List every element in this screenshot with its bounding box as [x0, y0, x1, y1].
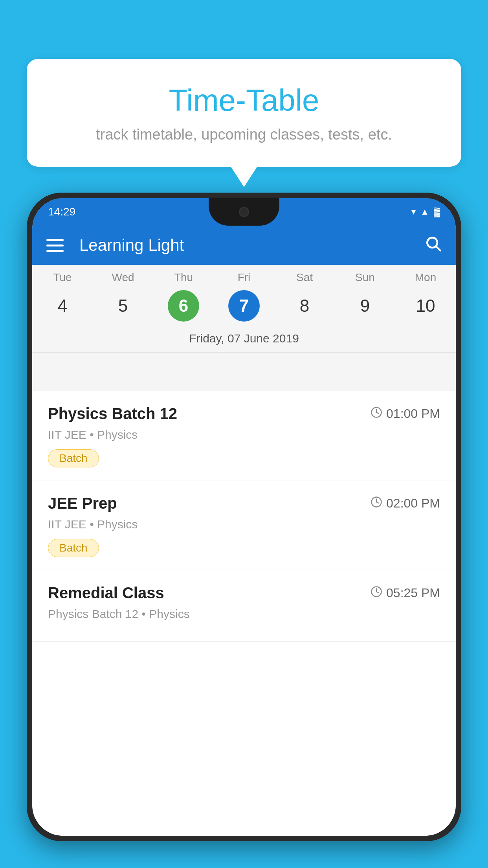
day-5[interactable]: 5 [93, 290, 153, 322]
day-header-sun: Sun [335, 271, 395, 284]
clock-icon-3 [371, 586, 382, 601]
day-9[interactable]: 9 [335, 290, 395, 322]
speech-bubble-title: Time-Table [42, 83, 446, 118]
schedule-item-1-title: Physics Batch 12 [48, 405, 177, 423]
day-header-wed: Wed [93, 271, 153, 284]
day-7-selected[interactable]: 7 [228, 290, 260, 322]
hamburger-menu-button[interactable] [46, 239, 64, 252]
day-header-thu: Thu [153, 271, 214, 284]
wifi-icon: ▾ [411, 207, 416, 217]
schedule-item-3-time: 05:25 PM [371, 586, 440, 601]
phone-container: 14:29 ▾ ▲ ▓ Learning Light [27, 193, 461, 868]
schedule-item-1-header: Physics Batch 12 01:00 PM [48, 405, 440, 423]
schedule-item-1-subtitle: IIT JEE • Physics [48, 428, 440, 441]
day-10[interactable]: 10 [395, 290, 456, 322]
search-button[interactable] [424, 235, 442, 256]
day-header-tue: Tue [32, 271, 93, 284]
schedule-item-2-header: JEE Prep 02:00 PM [48, 495, 440, 512]
schedule-item-2-time-text: 02:00 PM [386, 496, 440, 511]
app-bar: Learning Light [32, 226, 456, 265]
phone-device: 14:29 ▾ ▲ ▓ Learning Light [27, 193, 461, 841]
schedule-item-3-subtitle: Physics Batch 12 • Physics [48, 607, 440, 621]
schedule-item-1-tag: Batch [48, 449, 99, 467]
schedule-item-2-time: 02:00 PM [371, 496, 440, 511]
schedule-item-2[interactable]: JEE Prep 02:00 PM IIT JEE • Physics [32, 480, 456, 570]
signal-icon: ▲ [420, 207, 429, 217]
schedule-item-3-title: Remedial Class [48, 584, 164, 602]
day-headers: Tue Wed Thu Fri Sat Sun Mon [32, 265, 456, 287]
schedule-item-3-header: Remedial Class 05:25 PM [48, 584, 440, 602]
day-4[interactable]: 4 [32, 290, 93, 322]
selected-date-label: Friday, 07 June 2019 [32, 328, 456, 353]
phone-screen: 14:29 ▾ ▲ ▓ Learning Light [32, 198, 456, 836]
speech-bubble-container: Time-Table track timetable, upcoming cla… [27, 59, 461, 167]
day-6-today[interactable]: 6 [168, 290, 199, 322]
day-8[interactable]: 8 [274, 290, 335, 322]
schedule-item-1-time-text: 01:00 PM [386, 406, 440, 421]
status-icons: ▾ ▲ ▓ [411, 207, 440, 217]
schedule-item-3-time-text: 05:25 PM [386, 586, 440, 600]
hamburger-line-1 [46, 239, 64, 241]
notch [209, 198, 279, 226]
speech-bubble: Time-Table track timetable, upcoming cla… [27, 59, 461, 167]
schedule-container: Physics Batch 12 01:00 PM IIT JEE • P [32, 391, 456, 836]
day-header-sat: Sat [274, 271, 335, 284]
app-bar-title: Learning Light [79, 236, 424, 255]
clock-icon-1 [371, 406, 382, 421]
hamburger-line-2 [46, 245, 64, 246]
schedule-item-1[interactable]: Physics Batch 12 01:00 PM IIT JEE • P [32, 391, 456, 480]
svg-line-1 [436, 246, 440, 250]
day-numbers: 4 5 6 7 8 9 10 [32, 287, 456, 328]
schedule-item-2-title: JEE Prep [48, 495, 117, 512]
calendar-strip: Tue Wed Thu Fri Sat Sun Mon 4 5 6 7 8 9 … [32, 265, 456, 353]
speech-bubble-subtitle: track timetable, upcoming classes, tests… [42, 126, 446, 143]
camera [239, 207, 249, 217]
hamburger-line-3 [46, 250, 64, 252]
status-time: 14:29 [48, 206, 75, 218]
schedule-item-1-time: 01:00 PM [371, 406, 440, 421]
day-header-mon: Mon [395, 271, 456, 284]
day-header-fri: Fri [214, 271, 274, 284]
schedule-item-3[interactable]: Remedial Class 05:25 PM Physics Batch [32, 570, 456, 642]
clock-icon-2 [371, 496, 382, 511]
schedule-item-2-tag: Batch [48, 539, 99, 557]
schedule-item-2-subtitle: IIT JEE • Physics [48, 518, 440, 531]
battery-icon: ▓ [434, 207, 440, 217]
